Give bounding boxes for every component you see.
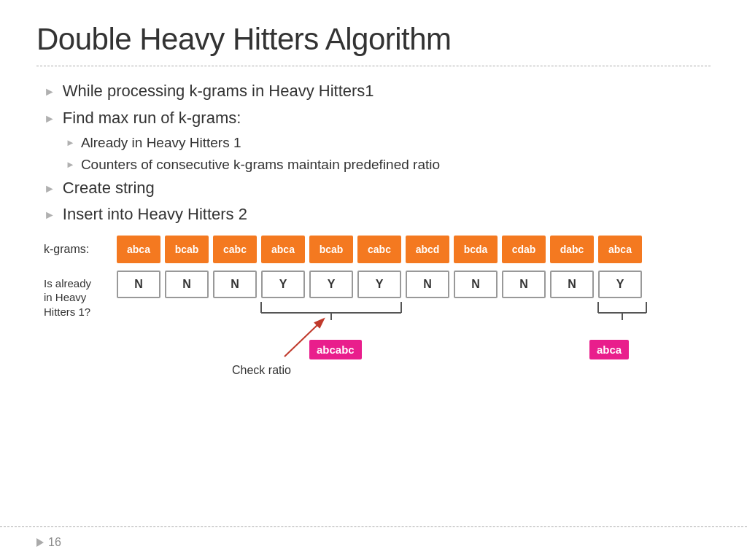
- kgram-box-3: abca: [261, 236, 305, 263]
- kgram-box-0: abca: [117, 236, 160, 263]
- bullet-arrow-2: ►: [44, 112, 55, 127]
- slide-number-arrow-icon: [36, 538, 44, 547]
- title-divider: [36, 66, 711, 66]
- yn-box-9: N: [550, 271, 594, 298]
- slide-number: 16: [48, 536, 61, 549]
- yn-box-3: Y: [261, 271, 305, 298]
- slide: Double Heavy Hitters Algorithm ► While p…: [0, 0, 747, 560]
- check-ratio-label: Check ratio: [232, 364, 291, 377]
- kgram-box-7: bcda: [454, 236, 498, 263]
- bullet-item-1: ► While processing k-grams in Heavy Hitt…: [44, 81, 711, 102]
- bullet-arrow-1: ►: [44, 85, 55, 100]
- diagram: k-grams: abcabcabcabcabcabcabcabcabcdbcd…: [36, 236, 711, 319]
- bullet-arrow-3: ►: [44, 182, 55, 197]
- yn-box-5: Y: [357, 271, 401, 298]
- bullet-text-4: Insert into Heavy Hitters 2: [63, 204, 247, 225]
- bullet-arrow-4: ►: [44, 208, 55, 223]
- kgram-box-8: cdab: [502, 236, 546, 263]
- yn-box-7: N: [454, 271, 498, 298]
- sub-bullet-text-1: Already in Heavy Hitters 1: [81, 134, 241, 152]
- sub-bullet-arrow-2: ►: [66, 159, 75, 171]
- bullet-text-2: Find max run of k-grams:: [63, 108, 241, 129]
- kgram-box-10: abca: [598, 236, 642, 263]
- kgram-box-1: bcab: [165, 236, 209, 263]
- kgram-box-2: cabc: [213, 236, 257, 263]
- yn-label: Is alreadyin HeavyHitters 1?: [44, 271, 117, 319]
- yn-box-1: N: [165, 271, 209, 298]
- kgrams-row: k-grams: abcabcabcabcabcabcabcabcabcdbcd…: [44, 236, 711, 263]
- footer-divider: [0, 526, 747, 527]
- slide-number-container: 16: [36, 536, 61, 549]
- bullet-text-3: Create string: [63, 178, 155, 199]
- slide-title: Double Heavy Hitters Algorithm: [36, 22, 711, 57]
- bullet-text-1: While processing k-grams in Heavy Hitter…: [63, 81, 374, 102]
- sub-bullet-text-2: Counters of consecutive k-grams maintain…: [81, 156, 440, 174]
- kgram-box-6: abcd: [406, 236, 449, 263]
- sub-bullet-list: ► Already in Heavy Hitters 1 ► Counters …: [44, 134, 711, 174]
- bullet-item-4: ► Insert into Heavy Hitters 2: [44, 204, 711, 225]
- string1-label: abcabc: [309, 340, 362, 359]
- yn-row: Is alreadyin HeavyHitters 1? NNNYYYNNNNY: [44, 271, 711, 319]
- sub-bullet-item-1: ► Already in Heavy Hitters 1: [66, 134, 711, 152]
- sub-bullet-arrow-1: ►: [66, 137, 75, 149]
- bullet-item-3: ► Create string: [44, 178, 711, 199]
- yn-box-10: Y: [598, 271, 642, 298]
- kgrams-label: k-grams:: [44, 243, 117, 256]
- string2-label: abca: [589, 340, 629, 359]
- kgram-box-5: cabc: [357, 236, 401, 263]
- yn-box-4: Y: [309, 271, 353, 298]
- kgrams-boxes: abcabcabcabcabcabcabcabcabcdbcdacdabdabc…: [117, 236, 642, 263]
- yn-box-0: N: [117, 271, 160, 298]
- yn-box-8: N: [502, 271, 546, 298]
- sub-bullet-item-2: ► Counters of consecutive k-grams mainta…: [66, 156, 711, 174]
- yn-box-2: N: [213, 271, 257, 298]
- yn-boxes: NNNYYYNNNNY: [117, 271, 642, 298]
- yn-box-6: N: [406, 271, 449, 298]
- yn-area: NNNYYYNNNNY: [117, 271, 642, 298]
- main-bullet-list: ► While processing k-grams in Heavy Hitt…: [36, 81, 711, 225]
- kgram-box-9: dabc: [550, 236, 594, 263]
- kgram-box-4: bcab: [309, 236, 353, 263]
- bracket-svg: [117, 298, 646, 364]
- bullet-item-2: ► Find max run of k-grams: ► Already in …: [44, 108, 711, 174]
